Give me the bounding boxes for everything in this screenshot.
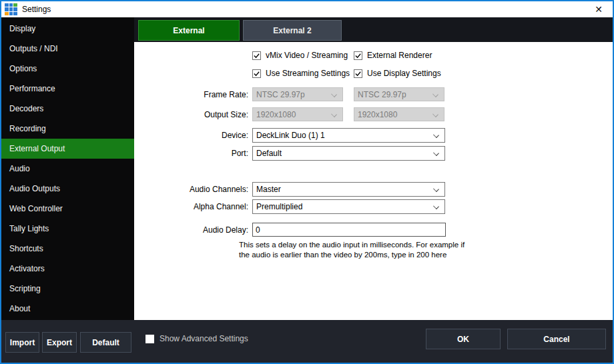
sidebar-item-options[interactable]: Options — [1, 59, 134, 79]
device-select[interactable]: DeckLink Duo (1) 1 — [252, 128, 445, 143]
checkbox-checked-icon — [354, 51, 362, 60]
alpha-channel-label: Alpha Channel: — [134, 199, 248, 214]
close-icon[interactable]: ✕ — [585, 1, 613, 17]
use-display-settings-checkbox[interactable]: Use Display Settings — [354, 69, 441, 78]
frame-rate-select-2[interactable]: NTSC 29.97p — [354, 87, 444, 101]
sidebar-item-about[interactable]: About — [1, 299, 134, 319]
audio-delay-input[interactable] — [252, 223, 446, 237]
port-select[interactable]: Default — [252, 146, 445, 161]
sidebar-item-performance[interactable]: Performance — [1, 79, 134, 99]
port-label: Port: — [134, 146, 248, 161]
tab-external[interactable]: External — [138, 20, 240, 41]
sidebar-item-label: Web Controller — [9, 204, 63, 213]
chevron-down-icon — [432, 91, 438, 97]
sidebar-item-label: Decoders — [9, 104, 43, 113]
default-button[interactable]: Default — [80, 332, 131, 353]
selected-value: DeckLink Duo (1) 1 — [256, 131, 325, 140]
tab-label: External — [173, 26, 204, 35]
sidebar-item-label: Audio — [9, 164, 30, 173]
sidebar-item-activators[interactable]: Activators — [1, 259, 134, 279]
import-button[interactable]: Import — [5, 332, 39, 353]
sidebar-item-label: Tally Lights — [9, 224, 49, 233]
chevron-down-icon — [433, 150, 439, 156]
ok-button[interactable]: OK — [426, 329, 501, 349]
sidebar-item-decoders[interactable]: Decoders — [1, 99, 134, 119]
sidebar-item-label: Options — [9, 64, 37, 73]
checkbox-label: Use Display Settings — [367, 69, 441, 78]
output-size-label: Output Size: — [134, 107, 248, 121]
export-button[interactable]: Export — [42, 332, 77, 353]
bottom-bar: Import Export Default Show Advanced Sett… — [1, 320, 613, 363]
checkbox-checked-icon — [354, 69, 362, 78]
chevron-down-icon — [331, 111, 337, 117]
tab-external-2[interactable]: External 2 — [243, 20, 342, 41]
sidebar-item-audio[interactable]: Audio — [1, 159, 134, 179]
selected-value: NTSC 29.97p — [256, 90, 305, 99]
checkbox-unchecked-icon — [145, 335, 154, 343]
alpha-channel-select[interactable]: Premultiplied — [252, 199, 445, 214]
sidebar-item-shortcuts[interactable]: Shortcuts — [1, 239, 134, 259]
selected-value: Default — [256, 149, 282, 158]
tab-label: External 2 — [273, 26, 311, 35]
chevron-down-icon — [432, 111, 438, 117]
sidebar-item-label: Outputs / NDI — [9, 44, 58, 53]
sidebar-item-label: Activators — [9, 264, 45, 273]
selected-value: 1920x1080 — [358, 110, 397, 119]
sidebar-item-outputs-ndi[interactable]: Outputs / NDI — [1, 39, 134, 59]
sidebar-item-label: Recording — [9, 124, 46, 133]
show-advanced-settings-checkbox[interactable]: Show Advanced Settings — [145, 334, 248, 343]
checkbox-label: External Renderer — [367, 51, 432, 60]
sidebar-item-label: External Output — [9, 144, 65, 153]
sidebar-item-recording[interactable]: Recording — [1, 119, 134, 139]
external-output-panel: vMix Video / Streaming External Renderer… — [134, 42, 613, 321]
cancel-button[interactable]: Cancel — [507, 329, 606, 349]
checkbox-checked-icon — [252, 69, 261, 78]
frame-rate-select-1[interactable]: NTSC 29.97p — [252, 87, 343, 101]
device-label: Device: — [134, 128, 248, 143]
external-renderer-checkbox[interactable]: External Renderer — [354, 51, 432, 60]
vmix-logo-icon — [5, 3, 17, 16]
sidebar-item-tally-lights[interactable]: Tally Lights — [1, 219, 134, 239]
sidebar-item-label: About — [9, 304, 30, 313]
chevron-down-icon — [433, 186, 439, 192]
selected-value: NTSC 29.97p — [358, 90, 406, 99]
use-streaming-settings-checkbox[interactable]: Use Streaming Settings — [252, 69, 350, 78]
selected-value: 1920x1080 — [256, 110, 296, 119]
tab-strip: External External 2 — [134, 17, 613, 42]
audio-channels-select[interactable]: Master — [252, 182, 445, 197]
audio-delay-help-text: This sets a delay on the audio input in … — [239, 240, 474, 260]
chevron-down-icon — [433, 203, 439, 209]
chevron-down-icon — [331, 91, 337, 97]
output-size-select-1[interactable]: 1920x1080 — [252, 107, 343, 121]
audio-delay-label: Audio Delay: — [134, 223, 248, 237]
checkbox-label: Show Advanced Settings — [160, 334, 248, 343]
vmix-video-streaming-checkbox[interactable]: vMix Video / Streaming — [252, 51, 348, 60]
checkbox-checked-icon — [252, 51, 261, 60]
sidebar-item-display[interactable]: Display — [1, 19, 134, 39]
window-title: Settings — [22, 5, 51, 14]
title-bar: Settings ✕ — [1, 1, 613, 17]
sidebar-item-scripting[interactable]: Scripting — [1, 279, 134, 299]
sidebar-item-label: Shortcuts — [9, 244, 43, 253]
checkbox-label: vMix Video / Streaming — [266, 51, 348, 60]
frame-rate-label: Frame Rate: — [134, 87, 248, 101]
sidebar-item-label: Scripting — [9, 284, 41, 293]
output-size-select-2[interactable]: 1920x1080 — [354, 107, 444, 121]
settings-window: Settings ✕ Display Outputs / NDI Options… — [0, 0, 614, 364]
sidebar-item-audio-outputs[interactable]: Audio Outputs — [1, 179, 134, 199]
sidebar-item-external-output[interactable]: External Output — [1, 139, 134, 159]
sidebar-item-label: Performance — [9, 84, 55, 93]
selected-value: Premultiplied — [256, 202, 302, 211]
checkbox-label: Use Streaming Settings — [266, 69, 350, 78]
sidebar-item-label: Display — [9, 24, 35, 33]
sidebar-item-label: Audio Outputs — [9, 184, 60, 193]
selected-value: Master — [256, 185, 281, 194]
settings-sidebar: Display Outputs / NDI Options Performanc… — [1, 17, 134, 320]
sidebar-item-web-controller[interactable]: Web Controller — [1, 199, 134, 219]
audio-channels-label: Audio Channels: — [134, 182, 248, 197]
chevron-down-icon — [433, 132, 439, 138]
